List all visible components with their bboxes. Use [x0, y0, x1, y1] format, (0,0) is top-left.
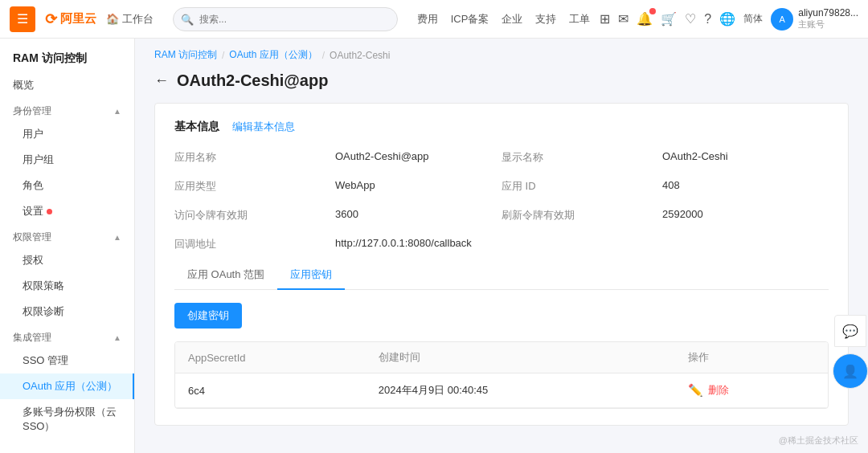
chevron-up-icon: ▲ [113, 107, 121, 116]
field-label-app-id: 应用 ID [502, 176, 662, 197]
sidebar-item-oauth[interactable]: OAuth 应用（公测） [0, 373, 134, 399]
sidebar-item-roles[interactable]: 角色 [0, 173, 134, 198]
field-value-display-name: OAuth2-Ceshi [662, 147, 829, 168]
cart-icon[interactable]: 🛒 [661, 11, 677, 27]
nav-link-support[interactable]: 支持 [535, 12, 556, 27]
breadcrumb-ram[interactable]: RAM 访问控制 [154, 48, 217, 62]
tab-oauth-scope[interactable]: 应用 OAuth 范围 [174, 261, 277, 290]
table-header-row: AppSecretId 创建时间 操作 [175, 342, 828, 373]
field-label-app-type: 应用类型 [174, 176, 335, 197]
field-value-empty [662, 234, 829, 255]
float-chat-icon[interactable]: 💬 [834, 315, 866, 347]
section-label: 基本信息 [174, 120, 219, 134]
edit-icon[interactable]: ✏️ [688, 383, 703, 398]
user-role: 主账号 [798, 18, 858, 31]
keys-table-container: AppSecretId 创建时间 操作 6c4 2024年4月9日 00:40:… [174, 341, 829, 409]
search-icon: 🔍 [181, 13, 194, 25]
tab-app-key[interactable]: 应用密钥 [277, 261, 345, 290]
edit-basic-info-link[interactable]: 编辑基本信息 [232, 120, 295, 134]
field-value-refresh-token-ttl: 2592000 [662, 205, 829, 226]
logo-icon: ⟳ [45, 10, 57, 28]
sidebar-section-permissions[interactable]: 权限管理 ▲ [0, 224, 134, 247]
workbench-label: 工作台 [122, 12, 154, 27]
sidebar-section-identity[interactable]: 身份管理 ▲ [0, 98, 134, 121]
breadcrumb: RAM 访问控制 / OAuth 应用（公测） / OAuth2-Ceshi [135, 39, 868, 62]
keys-table: AppSecretId 创建时间 操作 6c4 2024年4月9日 00:40:… [175, 342, 828, 408]
sidebar-item-policy[interactable]: 权限策略 [0, 273, 134, 299]
breadcrumb-oauth[interactable]: OAuth 应用（公测） [229, 48, 317, 62]
menu-button[interactable]: ☰ [10, 6, 35, 32]
top-navigation: ☰ ⟳ 阿里云 🏠 工作台 🔍 费用 ICP备案 企业 支持 工单 ⊞ ✉ 🔔 … [0, 0, 868, 39]
mail-icon[interactable]: ✉ [618, 11, 628, 27]
sidebar-title: RAM 访问控制 [0, 39, 134, 72]
breadcrumb-sep-1: / [222, 50, 224, 61]
sidebar-item-overview[interactable]: 概览 [0, 72, 134, 98]
search-input[interactable] [173, 7, 398, 31]
sidebar-item-cloudsso[interactable]: 多账号身份权限（云 SSO） [0, 399, 134, 439]
breadcrumb-sep-2: / [322, 50, 325, 61]
user-info: aliyun79828... 主账号 [798, 7, 858, 31]
col-header-created-time: 创建时间 [366, 342, 675, 373]
globe-icon[interactable]: 🌐 [719, 11, 735, 27]
field-value-app-type: WebApp [335, 176, 502, 197]
tab-content-app-key: 创建密钥 AppSecretId 创建时间 操作 6c4 [174, 290, 829, 409]
cell-actions: ✏️ 删除 [675, 373, 828, 408]
sidebar-item-auth[interactable]: 授权 [0, 247, 134, 273]
sidebar-item-diagnosis[interactable]: 权限诊断 [0, 299, 134, 324]
field-value-app-id: 408 [662, 176, 829, 197]
nav-links: 费用 ICP备案 企业 支持 工单 [417, 12, 591, 27]
delete-link[interactable]: 删除 [708, 383, 729, 398]
permission-section-label: 权限管理 [13, 231, 51, 244]
page-title: OAuth2-Ceshi@app [177, 71, 328, 90]
field-label-empty [502, 234, 662, 255]
col-header-secret-id: AppSecretId [175, 342, 366, 373]
table-row: 6c4 2024年4月9日 00:40:45 ✏️ 删除 [175, 373, 828, 408]
main-layout: RAM 访问控制 概览 身份管理 ▲ 用户 用户组 角色 设置 权限管理 ▲ 授… [0, 39, 868, 453]
field-label-refresh-token-ttl: 刷新令牌有效期 [502, 205, 662, 226]
search-container: 🔍 [173, 7, 398, 31]
bell-icon[interactable]: 🔔 [637, 11, 653, 27]
settings-badge [47, 209, 52, 214]
float-user-icon[interactable]: 👤 [833, 353, 868, 389]
field-label-access-token-ttl: 访问令牌有效期 [174, 205, 335, 226]
user-avatar: A [771, 8, 793, 31]
sidebar-item-settings[interactable]: 设置 [0, 198, 134, 224]
col-header-actions: 操作 [675, 342, 828, 373]
logo: ⟳ 阿里云 [45, 10, 96, 28]
field-label-callback: 回调地址 [174, 234, 335, 255]
integration-section-label: 集成管理 [13, 331, 51, 345]
lang-label[interactable]: 简体 [743, 12, 763, 26]
section-title: 基本信息 编辑基本信息 [174, 120, 829, 134]
action-group: ✏️ 删除 [688, 383, 815, 398]
sidebar: RAM 访问控制 概览 身份管理 ▲ 用户 用户组 角色 设置 权限管理 ▲ 授… [0, 39, 135, 453]
sidebar-item-sso[interactable]: SSO 管理 [0, 348, 134, 373]
topnav-icons: ⊞ ✉ 🔔 🛒 ♡ ? 🌐 简体 A aliyun79828... 主账号 [600, 7, 858, 31]
user-name: aliyun79828... [798, 7, 858, 18]
sidebar-item-users[interactable]: 用户 [0, 121, 134, 147]
page-header: ← OAuth2-Ceshi@app [135, 62, 868, 90]
user-profile[interactable]: A aliyun79828... 主账号 [771, 7, 858, 31]
grid-icon[interactable]: ⊞ [600, 11, 610, 27]
nav-link-fees[interactable]: 费用 [417, 12, 438, 27]
right-float-panel: 💬 👤 [834, 315, 868, 389]
sidebar-item-usergroups[interactable]: 用户组 [0, 147, 134, 173]
workbench-link[interactable]: 🏠 工作台 [106, 12, 154, 27]
field-label-display-name: 显示名称 [502, 147, 662, 168]
nav-link-ticket[interactable]: 工单 [569, 12, 590, 27]
tabs: 应用 OAuth 范围 应用密钥 [174, 261, 829, 290]
field-value-access-token-ttl: 3600 [335, 205, 502, 226]
nav-link-enterprise[interactable]: 企业 [502, 12, 522, 27]
heart-icon[interactable]: ♡ [685, 11, 696, 27]
sidebar-section-integration[interactable]: 集成管理 ▲ [0, 324, 134, 348]
breadcrumb-current: OAuth2-Ceshi [330, 50, 390, 61]
back-button[interactable]: ← [154, 72, 169, 89]
chevron-up-icon-3: ▲ [113, 333, 121, 342]
create-key-button[interactable]: 创建密钥 [174, 303, 242, 329]
notification-badge [649, 8, 656, 14]
cell-secret-id: 6c4 [175, 373, 366, 408]
hamburger-icon: ☰ [17, 13, 28, 26]
field-label-app-name: 应用名称 [174, 147, 335, 168]
nav-link-icp[interactable]: ICP备案 [451, 12, 489, 27]
home-icon: 🏠 [106, 13, 119, 25]
help-icon[interactable]: ? [704, 12, 711, 27]
